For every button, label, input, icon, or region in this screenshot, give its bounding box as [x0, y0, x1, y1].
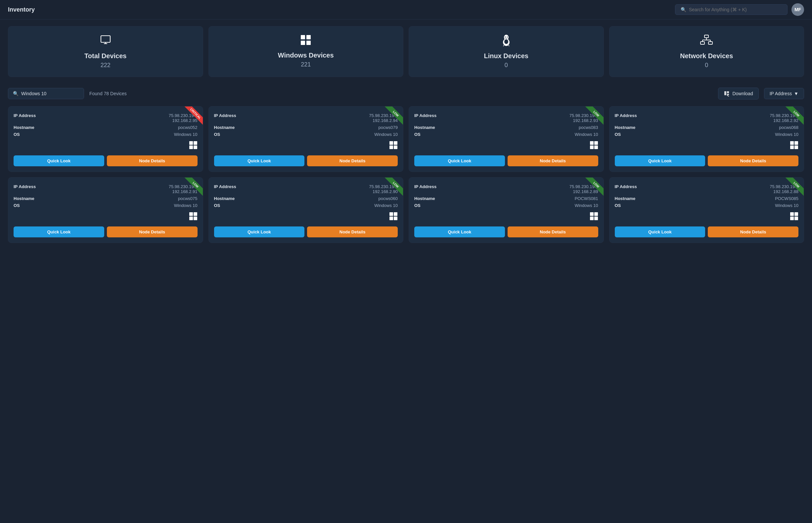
node-details-button[interactable]: Node Details: [107, 156, 197, 166]
svg-rect-32: [394, 145, 397, 149]
download-icon: [724, 91, 730, 96]
svg-rect-23: [727, 94, 729, 95]
sort-label: IP Address: [770, 91, 792, 96]
hostname-row: Hostname pocws079: [214, 125, 398, 130]
os-row: OS Windows 10: [14, 132, 197, 137]
os-value: Windows 10: [575, 203, 598, 208]
stat-title-network: Network Devices: [616, 52, 797, 60]
node-details-button[interactable]: Node Details: [307, 227, 398, 237]
node-details-button[interactable]: Node Details: [708, 227, 798, 237]
quick-look-button[interactable]: Quick Look: [414, 156, 505, 166]
quick-look-button[interactable]: Quick Look: [14, 227, 104, 237]
svg-line-13: [508, 45, 509, 46]
svg-rect-43: [189, 217, 193, 220]
global-search-bar[interactable]: 🔍: [675, 4, 788, 15]
os-icon: [615, 141, 799, 151]
stat-card-linux[interactable]: Linux Devices 0: [409, 26, 604, 77]
stat-count-linux: 0: [416, 62, 597, 69]
ip-row: IP Address 75.98.230.194,192.168.2.90: [214, 184, 398, 194]
stat-title-total: Total Devices: [15, 52, 196, 60]
card-buttons: Quick Look Node Details: [14, 156, 197, 166]
badge-label: LOW: [384, 178, 403, 196]
svg-rect-6: [306, 41, 311, 45]
filter-search[interactable]: 🔍: [8, 88, 84, 99]
ip-row: IP Address 75.98.230.194,192.168.2.95: [14, 113, 197, 123]
filter-input[interactable]: [21, 91, 79, 96]
device-card: LOW IP Address 75.98.230.194,192.168.2.8…: [609, 177, 805, 243]
os-row: OS Windows 10: [214, 203, 398, 208]
svg-rect-55: [790, 217, 794, 220]
svg-rect-34: [594, 141, 598, 145]
global-search-input[interactable]: [689, 7, 782, 12]
avatar[interactable]: MF: [792, 3, 804, 16]
badge-low: LOW: [581, 106, 604, 130]
device-info: IP Address 75.98.230.194,192.168.2.89 Ho…: [414, 184, 598, 208]
ip-row: IP Address 75.98.230.194,192.168.2.93: [414, 113, 598, 123]
header: Inventory 🔍 MF: [0, 0, 812, 19]
badge-critical: CRITICAL: [180, 106, 203, 130]
quick-look-button[interactable]: Quick Look: [214, 156, 305, 166]
stat-card-network[interactable]: Network Devices 0: [609, 26, 805, 77]
device-info: IP Address 75.98.230.194,192.168.2.94 Ho…: [214, 113, 398, 137]
stat-title-windows: Windows Devices: [215, 52, 397, 59]
ip-row: IP Address 75.98.230.194,192.168.2.91: [14, 184, 197, 194]
quick-look-button[interactable]: Quick Look: [615, 156, 706, 166]
os-value: Windows 10: [174, 203, 197, 208]
quick-look-button[interactable]: Quick Look: [615, 227, 706, 237]
ip-label: IP Address: [615, 184, 637, 194]
quick-look-button[interactable]: Quick Look: [414, 227, 505, 237]
svg-rect-50: [594, 212, 598, 216]
hostname-row: Hostname pocws052: [14, 125, 197, 130]
svg-rect-33: [590, 141, 593, 145]
hostname-row: Hostname pocws068: [615, 125, 799, 130]
card-buttons: Quick Look Node Details: [615, 156, 799, 166]
svg-rect-21: [724, 91, 726, 95]
hostname-row: Hostname pocws075: [14, 196, 197, 201]
svg-rect-27: [189, 145, 193, 149]
svg-rect-47: [390, 217, 393, 220]
svg-point-11: [506, 37, 507, 38]
hostname-row: Hostname POCWS085: [615, 196, 799, 201]
stat-card-total[interactable]: Total Devices 222: [8, 26, 203, 77]
os-label: OS: [214, 203, 220, 208]
hostname-label: Hostname: [14, 125, 34, 130]
hostname-label: Hostname: [615, 125, 636, 130]
network-icon: [616, 34, 797, 49]
hostname-label: Hostname: [414, 196, 435, 201]
svg-rect-54: [794, 212, 798, 216]
svg-rect-25: [189, 141, 193, 145]
download-button[interactable]: Download: [718, 88, 758, 100]
os-value: Windows 10: [174, 132, 197, 137]
node-details-button[interactable]: Node Details: [507, 227, 598, 237]
badge-label: LOW: [585, 106, 604, 125]
ip-label: IP Address: [414, 113, 436, 123]
device-card: LOW IP Address 75.98.230.194,192.168.2.9…: [208, 177, 404, 243]
ip-row: IP Address 75.98.230.194,192.168.2.89: [414, 184, 598, 194]
stat-card-windows[interactable]: Windows Devices 221: [208, 26, 404, 77]
os-row: OS Windows 10: [615, 132, 799, 137]
svg-rect-0: [101, 36, 110, 42]
svg-rect-53: [790, 212, 794, 216]
os-value: Windows 10: [775, 203, 798, 208]
device-card: LOW IP Address 75.98.230.194,192.168.2.9…: [409, 106, 604, 172]
quick-look-button[interactable]: Quick Look: [214, 227, 305, 237]
svg-rect-3: [301, 35, 305, 39]
os-icon: [414, 141, 598, 151]
node-details-button[interactable]: Node Details: [307, 156, 398, 166]
svg-rect-41: [189, 212, 193, 216]
monitor-icon: [15, 34, 196, 49]
device-card: LOW IP Address 75.98.230.194,192.168.2.9…: [609, 106, 805, 172]
badge-low: LOW: [180, 178, 203, 201]
node-details-button[interactable]: Node Details: [107, 227, 197, 237]
os-icon: [14, 141, 197, 151]
device-info: IP Address 75.98.230.194,192.168.2.95 Ho…: [14, 113, 197, 137]
svg-rect-28: [194, 145, 197, 149]
svg-rect-36: [594, 145, 598, 149]
quick-look-button[interactable]: Quick Look: [14, 156, 104, 166]
sort-button[interactable]: IP Address ▼: [764, 88, 804, 99]
os-value: Windows 10: [575, 132, 598, 137]
node-details-button[interactable]: Node Details: [507, 156, 598, 166]
node-details-button[interactable]: Node Details: [708, 156, 798, 166]
os-row: OS Windows 10: [615, 203, 799, 208]
hostname-row: Hostname pocws083: [414, 125, 598, 130]
